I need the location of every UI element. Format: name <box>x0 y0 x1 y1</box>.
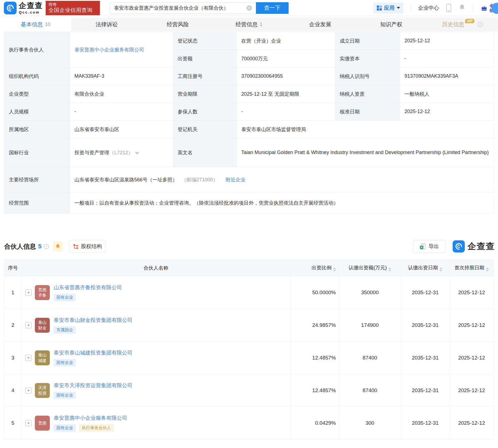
tab-history[interactable]: 历史信息 VIP i <box>427 18 498 31</box>
sort-icon <box>486 267 489 272</box>
field-value: - <box>237 103 335 121</box>
ratio-value: 0.0429% <box>290 407 339 439</box>
partner-name-link[interactable]: 泰安普惠中小企业服务有限公司 <box>54 415 127 421</box>
field-label: 纳税人资质 <box>335 85 400 103</box>
expand-button[interactable]: + <box>25 322 32 328</box>
date-value: 2035-12-31 <box>401 374 450 407</box>
partner-avatar: 普惠 <box>35 416 50 431</box>
col-date-sort[interactable]: 认缴出资日期 <box>401 260 450 276</box>
partner-tag: 国有企业 <box>54 359 76 366</box>
search-button[interactable]: 查一下 <box>256 2 289 14</box>
tab-risk[interactable]: 经营风险 <box>142 18 213 31</box>
date-value: 2035-12-31 <box>401 276 450 309</box>
row-seq: 1 <box>4 276 22 309</box>
partner-name-link[interactable]: 泰安市泰山财金投资集团有限公司 <box>54 317 133 323</box>
tab-legal[interactable]: 法律诉讼 <box>71 18 142 31</box>
equity-structure-button[interactable]: 股权结构 <box>69 240 106 252</box>
address-cell: 山东省泰安市泰山区温泉路566号（一址多照） （邮编271000） 附近企业 <box>70 167 494 192</box>
expand-button[interactable]: + <box>25 355 32 361</box>
info-icon[interactable]: i <box>44 244 49 249</box>
col-ratio-sort[interactable]: 出资比例 <box>290 260 339 276</box>
monitor-bell-button[interactable] <box>53 241 63 251</box>
partner-avatar: 泰山城建 <box>35 350 50 365</box>
field-value: 370902300064955 <box>237 67 335 85</box>
divider <box>411 4 411 12</box>
export-button[interactable]: 导出 <box>413 240 445 253</box>
info-icon[interactable]: i <box>478 22 483 27</box>
ratio-value: 12.4857% <box>290 342 339 374</box>
qcc-watermark-logo: 企查查 <box>453 240 495 252</box>
expand-button[interactable]: + <box>25 290 32 296</box>
partner-avatar: 泰山财金 <box>35 318 50 333</box>
org-chart-icon <box>73 244 79 249</box>
field-value: 泰安市泰山区市场监督管理局 <box>237 121 494 138</box>
col-amount-sort[interactable]: 认缴出资额(万元) <box>339 260 401 276</box>
amount-value: 350000 <box>339 276 401 309</box>
field-label: 英文名 <box>173 138 237 167</box>
field-value: - <box>400 50 494 67</box>
ratio-value: 24.9857% <box>290 309 339 342</box>
partner-row: 3 + 泰山城建 泰安市泰山城建投资集团有限公司 国有企业 12.4857% 8… <box>4 342 494 374</box>
field-label: 登记状态 <box>173 32 237 50</box>
first-date-value: 2025-12-12 <box>450 309 494 342</box>
industry-cell: 投资与资产管理（L7212） <box>70 138 173 167</box>
partners-actions: 导出 企查查 <box>413 240 494 253</box>
clear-search-icon[interactable]: ✕ <box>247 5 252 11</box>
field-label: 主要经营场所 <box>4 167 70 192</box>
partner-tag: 国有企业 <box>54 392 76 399</box>
field-label: 执行事务合伙人 <box>4 32 70 67</box>
partners-title: 合伙人信息 <box>4 242 36 251</box>
field-value: 有限合伙企业 <box>70 85 173 103</box>
field-label: 成立日期 <box>335 32 400 50</box>
partner-name-link[interactable]: 泰安市泰山城建投资集团有限公司 <box>54 350 133 356</box>
sort-icon <box>333 267 336 272</box>
field-value: 700000万元 <box>237 50 335 67</box>
enterprise-center-link[interactable]: 企业中心 <box>418 4 439 12</box>
field-value: 2025-12-12 <box>400 103 494 121</box>
partner-tag: 国有企业 <box>54 424 76 432</box>
field-label: 出资额 <box>173 50 237 67</box>
notification-bell-icon[interactable] <box>458 4 466 12</box>
field-label: 人员规模 <box>4 103 70 121</box>
amount-value: 87400 <box>339 342 401 374</box>
sort-icon <box>388 267 391 272</box>
ratio-value: 12.4857% <box>290 374 339 407</box>
tab-development[interactable]: 企业发展 <box>285 18 356 31</box>
qcc-logo-icon <box>4 2 17 14</box>
field-value: 一般项目：以自有资金从事投资活动；企业管理咨询。（除依法须经批准的项目外，凭营业… <box>70 192 494 213</box>
ratio-value: 50.0000% <box>290 276 339 309</box>
partner-name-link[interactable]: 山东省普惠齐鲁投资有限公司 <box>54 285 122 290</box>
qcc-logo[interactable]: 企查查 Qcc.com <box>4 2 43 14</box>
search-input[interactable] <box>110 2 256 14</box>
first-date-value: 2025-12-12 <box>450 374 494 407</box>
tab-operation[interactable]: 经营信息1 <box>213 18 284 31</box>
partners-section-header: 合伙人信息 5 i 股权结构 导出 <box>4 240 494 253</box>
field-label: 实缴资本 <box>335 50 400 67</box>
tab-ip[interactable]: 知识产权 <box>356 18 427 31</box>
field-label: 纳税人识别号 <box>335 67 400 85</box>
partner-tag: 国有企业 <box>54 294 76 301</box>
field-label: 国标行业 <box>4 138 70 167</box>
field-label: 参保人数 <box>173 103 237 121</box>
date-value: 2035-12-31 <box>401 342 450 374</box>
nearby-companies-link[interactable]: 附近企业 <box>225 177 245 183</box>
field-label: 核准日期 <box>335 103 400 121</box>
chevron-down-icon[interactable] <box>135 150 139 154</box>
row-seq: 3 <box>4 342 22 374</box>
field-label: 经营范围 <box>4 192 70 213</box>
row-seq: 2 <box>4 309 22 342</box>
partner-name-link[interactable]: 泰安市天泽投资运营集团有限公司 <box>54 382 133 388</box>
partner-avatar: 天泽投资 <box>35 383 50 398</box>
expand-button[interactable]: + <box>25 420 32 426</box>
amount-value: 87400 <box>339 374 401 407</box>
tab-basic-info[interactable]: 基本信息10 <box>0 18 71 31</box>
partners-table: 序号 合伙人名称 出资比例 认缴出资额(万元) 认缴出资日期 首次持股日期 1 … <box>4 259 494 439</box>
mobile-app-icon[interactable] <box>446 4 451 12</box>
partners-count: 5 <box>38 243 42 250</box>
col-seq: 序号 <box>4 260 22 276</box>
field-value: Taian Municipal Golden Pratt & Whitney I… <box>237 138 494 167</box>
apps-menu[interactable]: 应用 <box>374 2 403 14</box>
qcc-logo-icon <box>453 240 465 252</box>
col-first-sort[interactable]: 首次持股日期 <box>450 260 494 276</box>
expand-button[interactable]: + <box>25 387 32 394</box>
